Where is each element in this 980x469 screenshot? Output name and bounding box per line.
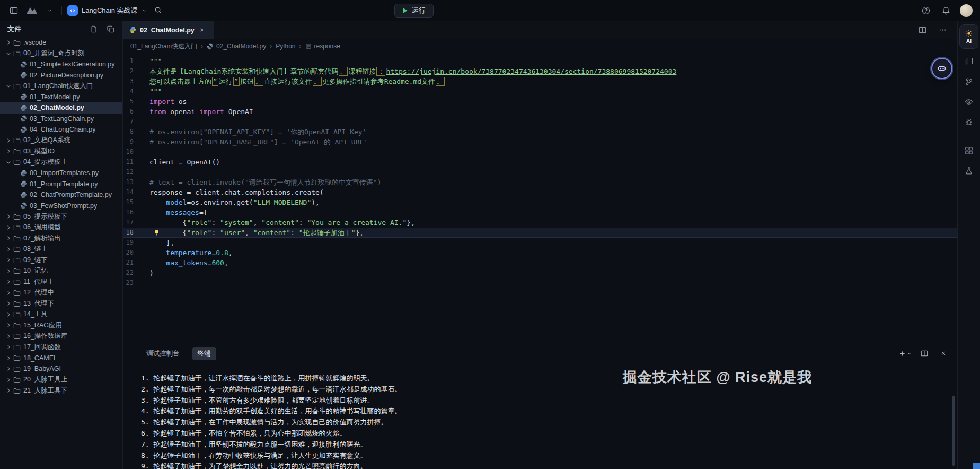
folder-icon (13, 267, 21, 274)
tree-file[interactable]: 02_ChatPromptTemplate.py (0, 189, 122, 201)
chevron-down-icon (5, 83, 12, 89)
close-panel-icon[interactable] (937, 347, 950, 360)
tree-file[interactable]: 01_SimpleTextGeneration.py (0, 59, 122, 70)
tree-folder[interactable]: 10_记忆 (0, 266, 122, 277)
ai-assistant-avatar[interactable] (931, 58, 952, 79)
topbar-left: LangChain 实战课 (7, 4, 165, 17)
code-link[interactable]: https://juejin.cn/book/73877023474361303… (386, 67, 676, 75)
run-button[interactable]: 运行 (394, 4, 434, 18)
tree-file[interactable]: 02_ChatModel.py (0, 102, 122, 114)
tab-02-chatmodel[interactable]: 02_ChatModel.py (123, 21, 214, 39)
git-branch-icon[interactable] (961, 74, 976, 89)
more-actions-icon[interactable] (936, 24, 949, 37)
search-icon[interactable] (152, 4, 165, 17)
line-number: 2 (123, 66, 137, 76)
extensions-grid-icon[interactable] (961, 143, 976, 158)
tree-folder[interactable]: 20_人脉工具上 (0, 375, 122, 386)
folder-icon (13, 300, 21, 307)
editor-region: 02_ChatModel.py 01_LangChain快速入门›02_Chat… (123, 21, 957, 469)
tree-folder[interactable]: 01_LangChain快速入门 (0, 81, 122, 92)
breadcrumb-item[interactable]: response (305, 42, 340, 50)
chevron-right-icon (5, 268, 12, 274)
tree-folder[interactable]: 16_操作数据库 (0, 331, 122, 342)
tree-folder[interactable]: 12_代理中 (0, 288, 122, 299)
terminal-scrollbar[interactable] (952, 396, 955, 466)
tree-folder[interactable]: 04_提示模板上 (0, 157, 122, 168)
new-terminal-icon[interactable] (899, 347, 912, 360)
panel-files-icon[interactable] (961, 54, 976, 69)
python-file-icon (20, 61, 27, 68)
collapse-explorer-icon[interactable] (104, 23, 117, 36)
tree-folder[interactable]: 06_调用模型 (0, 222, 122, 233)
code-line-content: {"role": "user", "content": "抡起锤子加油干"}, (149, 228, 957, 238)
code-line-9: 9# os.environ["OPENAI_BASE_URL"] = 'Open… (123, 137, 957, 147)
tree-item-label: 02_文档QA系统 (23, 136, 70, 145)
tree-folder[interactable]: 11_代理上 (0, 276, 122, 288)
breadcrumb-item[interactable]: 01_LangChain快速入门 (130, 42, 197, 51)
breadcrumb-separator: › (201, 42, 203, 50)
tree-file[interactable]: 03_FewShotPrompt.py (0, 201, 122, 212)
code-line-13: 13# text = client.invoke("请给我写一句情人节红玫瑰的中… (123, 177, 957, 187)
code-line-10: 10 (123, 147, 957, 157)
tree-folder[interactable]: 19_BabyAGI (0, 363, 122, 375)
tree-folder[interactable]: 08_链上 (0, 244, 122, 255)
terminal-line: 2. 抡起锤子加油干，每一次的敲击都是对梦想的靠近，每一滴汗水都是成功的基石。 (141, 384, 957, 395)
test-flask-icon[interactable] (961, 163, 976, 178)
tree-file[interactable]: 02_PictureDescription.py (0, 70, 122, 81)
user-avatar[interactable] (960, 4, 973, 17)
close-icon[interactable] (198, 26, 207, 34)
tree-folder[interactable]: 21_人脉工具下 (0, 385, 122, 396)
tree-file[interactable]: 01_PromptTemplate.py (0, 179, 122, 190)
activity-bar: AI (957, 21, 980, 469)
tree-folder[interactable]: 07_解析输出 (0, 233, 122, 244)
tree-item-label: 15_RAG应用 (23, 321, 62, 330)
tree-folder[interactable]: .vscode (0, 37, 122, 48)
line-number: 19 (123, 238, 137, 248)
breadcrumb-separator: › (299, 42, 302, 50)
help-icon[interactable] (920, 4, 932, 17)
debug-bug-icon[interactable] (961, 115, 976, 129)
tree-folder[interactable]: 00_开篇词_奇点时刻 (0, 48, 122, 59)
ai-panel-button[interactable]: AI (959, 24, 978, 49)
chevron-right-icon (5, 279, 12, 285)
terminal-output[interactable]: 1. 抡起锤子加油干，让汗水挥洒在奋斗的道路上，用拼搏铸就辉煌的明天。2. 抡起… (123, 362, 957, 469)
chevron-right-icon (5, 257, 12, 263)
tree-item-label: 21_人脉工具下 (23, 386, 67, 395)
tree-file[interactable]: 04_ChatLongChain.py (0, 124, 122, 135)
python-file-icon (207, 43, 214, 50)
tree-folder[interactable]: 03_模型IO (0, 146, 122, 157)
app-logo[interactable] (25, 4, 38, 17)
new-file-icon[interactable] (87, 23, 100, 36)
tree-file[interactable]: 00_ImportTemplates.py (0, 168, 122, 179)
breadcrumb-item[interactable]: Python (276, 42, 295, 50)
split-editor-icon[interactable] (916, 24, 929, 37)
project-switcher[interactable]: LangChain 实战课 (67, 5, 147, 16)
tree-folder[interactable]: 17_回调函数 (0, 342, 122, 353)
code-line-content (149, 147, 957, 157)
preview-eye-icon[interactable] (961, 94, 976, 109)
tree-item-label: 02_ChatPromptTemplate.py (30, 191, 112, 198)
tree-folder[interactable]: 14_工具 (0, 309, 122, 320)
tree-folder[interactable]: 15_RAG应用 (0, 320, 122, 331)
code-area[interactable]: 1"""2本文件是【LangChain系统安装和快速入门】章节的配套代码。课程链… (123, 53, 957, 344)
tree-folder[interactable]: 02_文档QA系统 (0, 135, 122, 146)
tree-file[interactable]: 03_TextLangChain.py (0, 114, 122, 125)
breadcrumb-item[interactable]: 02_ChatModel.py (207, 42, 266, 50)
bell-icon[interactable] (940, 4, 952, 17)
tree-file[interactable]: 01_TextModel.py (0, 92, 122, 103)
tree-folder[interactable]: 18_CAMEL (0, 353, 122, 364)
folder-icon (13, 366, 21, 372)
topbar: LangChain 实战课 运行 (0, 0, 980, 21)
split-panel-icon[interactable] (918, 347, 931, 360)
tree-folder[interactable]: 09_链下 (0, 255, 122, 266)
layout-toggle-icon[interactable] (7, 4, 20, 17)
chevron-down-icon[interactable] (43, 4, 56, 17)
panel-tab-terminal[interactable]: 终端 (192, 347, 216, 360)
tree-folder[interactable]: 13_代理下 (0, 298, 122, 309)
lightbulb-icon[interactable] (153, 229, 160, 236)
panel-tab-debug-console[interactable]: 调试控制台 (141, 347, 185, 360)
tree-item-label: 07_解析输出 (23, 234, 61, 243)
code-line-content: {"role": "system", "content": "You are a… (149, 218, 957, 228)
tree-folder[interactable]: 05_提示模板下 (0, 211, 122, 222)
folder-icon (13, 333, 21, 340)
